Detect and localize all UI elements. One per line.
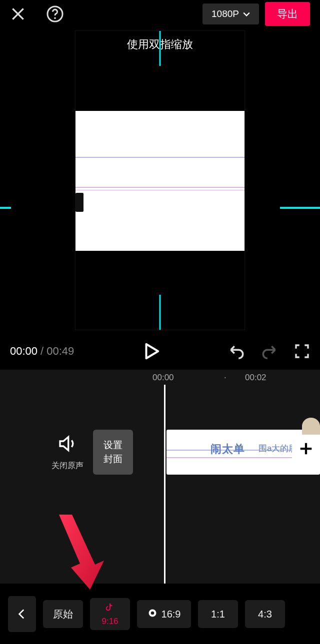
tick-label: 00:02 (245, 373, 266, 383)
speaker-icon (58, 447, 78, 455)
time-separator: / (40, 345, 44, 358)
preview-canvas[interactable]: 使用双指缩放 (75, 30, 245, 330)
chevron-down-icon (243, 8, 250, 19)
clip-thumb (302, 418, 320, 435)
ratio-label: 9:16 (102, 617, 118, 627)
resolution-button[interactable]: 1080P (202, 3, 259, 24)
content-mark (76, 193, 84, 212)
header-left (10, 5, 188, 23)
export-label: 导出 (277, 8, 298, 19)
playback-bar: 00:00 / 00:49 (0, 333, 320, 370)
content-line (76, 157, 244, 158)
ratio-label: 1:1 (211, 609, 225, 620)
close-icon[interactable] (10, 6, 26, 22)
export-button[interactable]: 导出 (265, 2, 310, 26)
help-icon[interactable] (46, 5, 64, 23)
svg-point-1 (54, 17, 56, 19)
ratio-1-1[interactable]: 1:1 (198, 600, 238, 628)
ratio-4-3[interactable]: 4:3 (245, 600, 285, 628)
time-current: 00:00 (10, 345, 38, 358)
playback-controls (228, 343, 310, 360)
track-row: 关闭原声 设置 封面 闹太单 围a大的朋 (0, 420, 320, 485)
ratio-original[interactable]: 原始 (43, 600, 83, 628)
mute-control[interactable]: 关闭原声 (45, 434, 90, 471)
time-total: 00:49 (46, 345, 74, 358)
content-line (76, 190, 244, 190)
content-line (76, 187, 244, 188)
resolution-label: 1080P (212, 8, 239, 19)
ratio-16-9[interactable]: 16:9 (137, 600, 191, 628)
ratio-label: 原始 (53, 608, 73, 621)
tick-label: 00:00 (152, 373, 174, 383)
time-display: 00:00 / 00:49 (10, 345, 74, 358)
guide-top (160, 31, 161, 66)
guide-right (280, 207, 320, 209)
playhead[interactable] (164, 385, 166, 584)
undo-icon[interactable] (228, 343, 245, 360)
svg-point-3 (150, 611, 154, 615)
ratio-label: 16:9 (162, 609, 181, 620)
mute-label: 关闭原声 (45, 461, 90, 471)
ratio-9-16[interactable]: 9:16 (90, 598, 130, 630)
play-center (74, 342, 228, 361)
timeline[interactable]: 00:00 · 00:02 关闭原声 设置 封面 闹太单 围a大的朋 (0, 370, 320, 584)
preview-area[interactable]: 使用双指缩放 (0, 28, 320, 333)
tick-dot: · (224, 373, 226, 383)
set-cover-button[interactable]: 设置 封面 (93, 430, 133, 475)
guide-left (0, 207, 11, 209)
header-right: 1080P 导出 (202, 2, 310, 26)
play-icon[interactable] (142, 342, 160, 361)
annotation-arrow-icon (50, 515, 110, 592)
guide-bottom (160, 295, 161, 330)
video-content (76, 111, 244, 251)
header-bar: 1080P 导出 (0, 0, 320, 28)
cover-label: 设置 封面 (104, 438, 122, 467)
clip-overlay-subtext: 围a大的朋 (258, 443, 297, 454)
redo-icon[interactable] (261, 343, 278, 360)
clip-overlay-text: 闹太单 (210, 442, 245, 457)
tiktok-icon (104, 602, 116, 616)
fullscreen-icon[interactable] (294, 343, 310, 359)
ratio-label: 4:3 (258, 609, 272, 620)
circle-icon (148, 608, 158, 621)
aspect-ratio-bar: 原始 9:16 16:9 1:1 4:3 (0, 584, 320, 644)
back-button[interactable] (8, 596, 36, 632)
time-ruler: 00:00 · 00:02 (0, 370, 320, 385)
add-clip-button[interactable] (292, 435, 320, 463)
